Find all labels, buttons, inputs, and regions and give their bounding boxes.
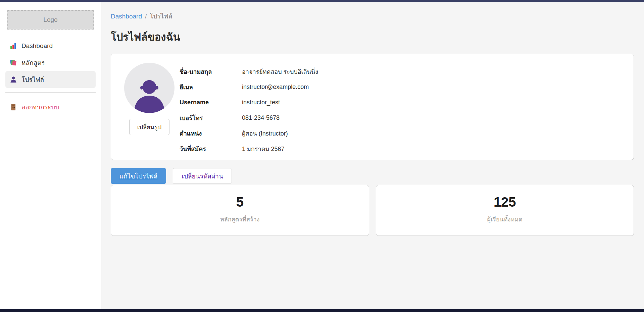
change-photo-button[interactable]: เปลี่ยนรูป [129,119,170,135]
person-silhouette-icon [131,77,167,113]
field-label: Username [180,99,242,106]
field-value: instructor_test [242,99,280,106]
field-row-position: ตำแหน่ง ผู้สอน (Instructor) [180,125,626,141]
sidebar-item-label: หลักสูตร [21,58,45,68]
menu-divider [5,92,96,93]
action-buttons: แก้ไขโปรไฟล์ เปลี่ยนรหัสผ่าน [111,168,634,184]
profile-card: เปลี่ยนรูป ชื่อ-นามสกุล อาจารย์ทดสอบ ระบ… [111,54,634,160]
stat-value: 125 [494,195,516,209]
stat-cards: 5 หลักสูตรที่สร้าง 125 ผู้เรียนทั้งหมด [111,185,634,236]
breadcrumb: Dashboard / โปรไฟล์ [111,11,634,21]
logout-label: ออกจากระบบ [21,102,59,112]
bottom-bar [0,309,644,312]
breadcrumb-dashboard-link[interactable]: Dashboard [111,13,142,20]
field-label: ชื่อ-นามสกุล [180,67,242,76]
profile-fields: ชื่อ-นามสกุล อาจารย์ทดสอบ ระบบอีเลินนิ่ง… [180,63,626,151]
sidebar-item-logout[interactable]: ออกจากระบบ [5,99,96,115]
field-row-phone: เบอร์โทร 081-234-5678 [180,110,626,125]
stat-label: ผู้เรียนทั้งหมด [487,214,523,224]
breadcrumb-separator: / [145,13,147,20]
field-label: เบอร์โทร [180,113,242,123]
field-value: ผู้สอน (Instructor) [242,128,288,138]
logo-placeholder: Logo [7,10,94,30]
main-content: Dashboard / โปรไฟล์ โปรไฟล์ของฉัน เ [101,2,644,309]
sidebar-menu: Dashboard หลักสูตร [0,38,101,115]
person-icon [10,76,17,83]
field-value: 1 มกราคม 2567 [242,144,285,154]
logout-link: ออกจากระบบ [10,102,59,112]
breadcrumb-current: โปรไฟล์ [150,11,172,21]
field-row-name: ชื่อ-นามสกุล อาจารย์ทดสอบ ระบบอีเลินนิ่ง [180,64,626,79]
avatar-column: เปลี่ยนรูป [119,63,180,151]
change-password-button[interactable]: เปลี่ยนรหัสผ่าน [173,168,232,184]
field-row-register-date: วันที่สมัคร 1 มกราคม 2567 [180,141,626,156]
sidebar: Logo Dashboard [0,2,101,309]
field-label: วันที่สมัคร [180,144,242,154]
field-value: อาจารย์ทดสอบ ระบบอีเลินนิ่ง [242,67,318,76]
field-value: instructor@example.com [242,84,309,91]
sidebar-item-label: Dashboard [21,42,53,50]
field-value: 081-234-5678 [242,114,280,121]
sidebar-item-label: โปรไฟล์ [21,74,44,85]
sidebar-item-courses[interactable]: หลักสูตร [5,54,96,71]
page-layout: Logo Dashboard [0,2,644,309]
stat-card-courses-created: 5 หลักสูตรที่สร้าง [111,185,369,236]
sidebar-item-profile[interactable]: โปรไฟล์ [5,71,96,88]
page-title: โปรไฟล์ของฉัน [111,29,634,45]
stat-label: หลักสูตรที่สร้าง [220,214,260,224]
field-label: ตำแหน่ง [180,128,242,138]
sidebar-item-dashboard[interactable]: Dashboard [5,38,96,54]
stat-card-total-students: 125 ผู้เรียนทั้งหมด [376,185,634,236]
door-icon [10,103,17,111]
edit-profile-button[interactable]: แก้ไขโปรไฟล์ [111,168,166,184]
app-window: Logo Dashboard [0,0,644,312]
books-icon [10,59,17,66]
stat-value: 5 [236,195,244,209]
field-row-email: อีเมล instructor@example.com [180,79,626,95]
avatar [124,63,175,113]
field-label: อีเมล [180,82,242,92]
field-row-username: Username instructor_test [180,95,626,110]
bar-chart-icon [10,42,17,50]
